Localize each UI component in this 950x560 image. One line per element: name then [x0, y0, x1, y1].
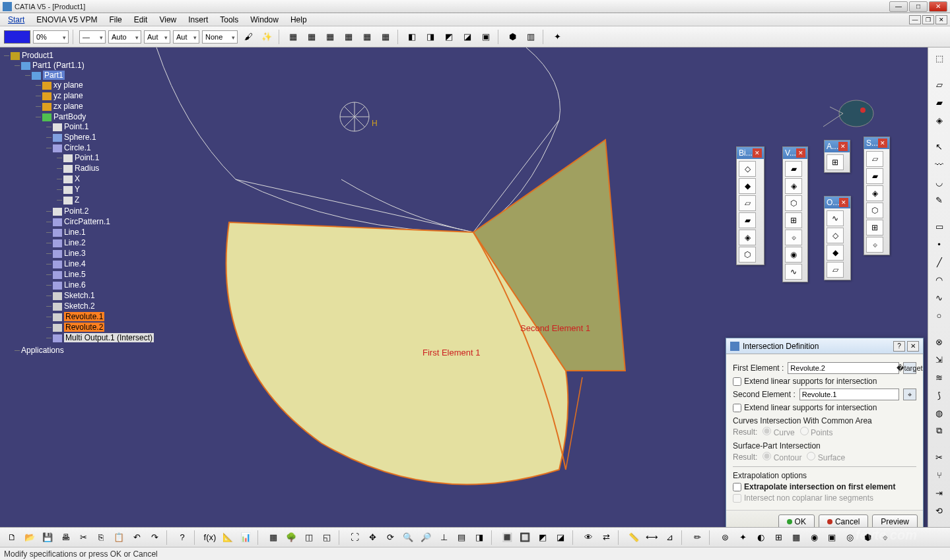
swap-icon[interactable]: ⇄ — [598, 530, 614, 545]
splineop-icon[interactable]: ∿ — [931, 290, 948, 305]
misc2-icon[interactable]: ◱ — [319, 530, 335, 545]
dialog-help-button[interactable]: ? — [893, 341, 905, 352]
palette-tool-button[interactable]: ◇ — [827, 228, 844, 243]
palette-tool-button[interactable]: ∿ — [827, 210, 844, 226]
fitall-icon[interactable]: ⛶ — [347, 530, 362, 545]
doc-restore-button[interactable]: ❐ — [922, 15, 934, 24]
surf1-icon[interactable]: ▱ — [931, 77, 948, 92]
auto2-combo[interactable]: Aut — [144, 30, 170, 44]
tree-xy-plane[interactable]: xy plane — [53, 80, 83, 90]
second-element-pick-icon[interactable]: ⌖ — [903, 389, 916, 400]
palette-tool-button[interactable]: ⊞ — [866, 220, 883, 235]
edit-icon[interactable]: ✎ — [931, 192, 948, 208]
project-icon[interactable]: ⇲ — [931, 352, 948, 367]
floating-palette[interactable]: O...✕∿◇◆▱ — [824, 196, 851, 280]
tree-item[interactable]: Line.1 — [64, 228, 86, 237]
fill-icon[interactable]: ◍ — [931, 405, 948, 421]
assy1-icon[interactable]: ⬢ — [504, 29, 520, 45]
shade4-icon[interactable]: ◪ — [553, 530, 568, 545]
intersect-icon[interactable]: ⊗ — [931, 334, 948, 350]
iso-icon[interactable]: ◨ — [471, 530, 487, 545]
dialog-close-button[interactable]: ✕ — [907, 341, 919, 352]
arcop-icon[interactable]: ◠ — [931, 272, 948, 288]
surf2-icon[interactable]: ▰ — [931, 94, 948, 110]
grid6-icon[interactable]: ▦ — [378, 29, 393, 45]
palette-tool-button[interactable]: ◈ — [739, 230, 756, 245]
menu-tools[interactable]: Tools — [215, 14, 244, 26]
grid4-icon[interactable]: ▦ — [341, 29, 356, 45]
menu-window[interactable]: Window — [245, 14, 284, 26]
extrap1-checkbox[interactable] — [733, 483, 741, 491]
op10-icon[interactable]: ⟐ — [877, 530, 893, 545]
pan-icon[interactable]: ✥ — [364, 530, 380, 545]
tree-item[interactable]: Line.5 — [64, 270, 86, 279]
first-element-input[interactable] — [788, 362, 899, 374]
palette-tool-button[interactable]: ⊞ — [827, 154, 844, 170]
close-button[interactable]: ✕ — [929, 1, 947, 12]
tree-item[interactable]: Line.2 — [64, 238, 86, 247]
tree-item[interactable]: CircPattern.1 — [64, 217, 110, 226]
palette-tool-button[interactable]: ⬡ — [785, 195, 802, 211]
surf3-icon[interactable]: ◈ — [931, 112, 948, 128]
menu-file[interactable]: File — [104, 14, 127, 26]
palette-tool-button[interactable]: ◈ — [866, 185, 883, 201]
grid3-icon[interactable]: ▦ — [322, 29, 338, 45]
planeop-icon[interactable]: ▭ — [931, 218, 948, 234]
palette-tool-button[interactable]: ▱ — [866, 151, 883, 167]
palette-tool-button[interactable]: ◆ — [739, 178, 756, 194]
open-icon[interactable]: 📂 — [22, 530, 38, 545]
sweep-icon[interactable]: ⟆ — [931, 387, 948, 403]
save-icon[interactable]: 💾 — [40, 530, 55, 545]
trim-icon[interactable]: ✂ — [931, 449, 948, 465]
tree-item[interactable]: Line.3 — [64, 249, 86, 258]
shade3-icon[interactable]: ◩ — [535, 530, 551, 545]
op9-icon[interactable]: ⬢ — [860, 530, 875, 545]
palette-close-icon[interactable]: ✕ — [753, 148, 762, 158]
none-combo[interactable]: None — [202, 30, 238, 44]
op2-icon[interactable]: ✦ — [735, 530, 751, 545]
hide-icon[interactable]: 👁 — [580, 530, 596, 545]
opacity-combo[interactable]: 0% — [33, 30, 69, 44]
dim2-icon[interactable]: ⟷ — [644, 530, 660, 545]
op1-icon[interactable]: ⊚ — [717, 530, 733, 545]
palette-close-icon[interactable]: ✕ — [796, 148, 805, 158]
analysis-icon[interactable]: 📊 — [238, 530, 254, 545]
menu-start[interactable]: Start — [3, 14, 30, 26]
floating-palette[interactable]: A...✕⊞ — [824, 140, 850, 173]
maximize-button[interactable]: □ — [909, 1, 928, 12]
grid2-icon[interactable]: ▦ — [304, 29, 320, 45]
extr-icon[interactable]: ⇥ — [931, 485, 948, 501]
menu-edit[interactable]: Edit — [129, 14, 153, 26]
curve1-icon[interactable]: 〰 — [931, 156, 948, 172]
op5-icon[interactable]: ▦ — [788, 530, 804, 545]
formula-icon[interactable]: f(x) — [202, 530, 218, 545]
wireframe-icon[interactable]: ⬚ — [931, 50, 948, 66]
circleop-icon[interactable]: ○ — [931, 307, 948, 323]
layer1-icon[interactable]: ◧ — [404, 29, 420, 45]
tree-subitem[interactable]: Radius — [75, 164, 99, 173]
shade1-icon[interactable]: 🔳 — [499, 530, 515, 545]
shade2-icon[interactable]: 🔲 — [517, 530, 533, 545]
floating-palette[interactable]: Bi...✕◇◆▱▰◈⬡ — [736, 146, 764, 265]
tree-item[interactable]: Sketch.2 — [64, 301, 95, 311]
tree-item[interactable]: Revolute.2 — [64, 323, 104, 332]
palette-close-icon[interactable]: ✕ — [838, 142, 848, 151]
auto3-combo[interactable]: Aut — [173, 30, 199, 44]
op3-icon[interactable]: ◐ — [753, 530, 768, 545]
tree-part-instance[interactable]: Part1 (Part1.1) — [32, 61, 85, 70]
palette-tool-button[interactable]: ▱ — [827, 262, 844, 278]
sketch-icon[interactable]: ✏ — [689, 530, 705, 545]
palette-tool-button[interactable]: ▰ — [739, 212, 756, 228]
floating-palette[interactable]: V...✕▰◈⬡⊞⟐◉∿ — [782, 146, 808, 282]
tree-zx-plane[interactable]: zx plane — [53, 102, 83, 111]
offset-icon[interactable]: ≋ — [931, 369, 948, 385]
layer5-icon[interactable]: ▣ — [478, 29, 494, 45]
transf-icon[interactable]: ⟲ — [931, 503, 948, 518]
tree-part[interactable]: Part1 — [43, 71, 65, 80]
new-icon[interactable]: 🗋 — [4, 530, 20, 545]
palette-tool-button[interactable]: ▰ — [785, 161, 802, 177]
layer2-icon[interactable]: ◨ — [423, 29, 438, 45]
measure-icon[interactable]: 📐 — [220, 530, 236, 545]
palette-tool-button[interactable]: ◆ — [827, 245, 844, 261]
tree-applications[interactable]: Applications — [21, 346, 64, 355]
